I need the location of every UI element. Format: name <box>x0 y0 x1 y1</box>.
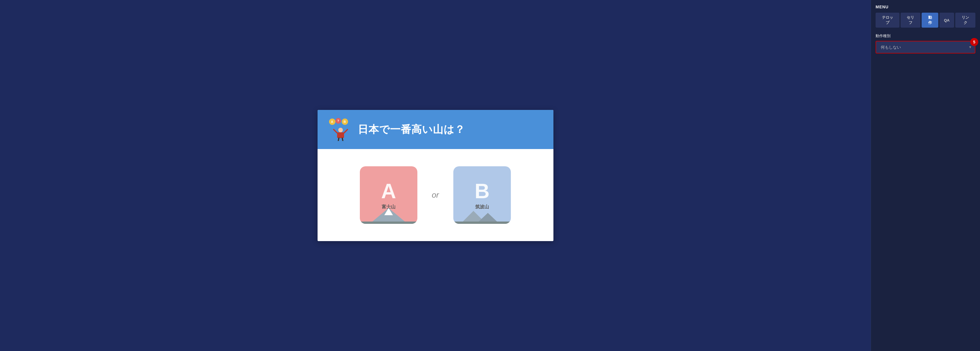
tab-qa[interactable]: QA <box>939 13 955 28</box>
or-divider: or <box>432 190 439 199</box>
slide-header: A ? B 日本で一番高い山は？ <box>318 110 554 149</box>
choice-b-card: B 筑波山 <box>453 166 511 224</box>
svg-line-3 <box>344 129 347 133</box>
svg-line-2 <box>334 129 337 133</box>
tab-link[interactable]: リンク <box>955 13 975 28</box>
svg-rect-1 <box>337 132 344 138</box>
svg-rect-11 <box>453 222 511 224</box>
right-panel: MENU テロップ セリフ 動作 QA リンク 動作種別 5 何もしない ▼ <box>871 0 980 351</box>
svg-point-0 <box>338 128 343 132</box>
mountain-b-wrap <box>453 207 511 224</box>
tab-serif[interactable]: セリフ <box>900 13 921 28</box>
slide-preview-panel: A ? B 日本で一番高い山は？ <box>0 0 871 351</box>
coin-q-icon: ? <box>336 118 341 124</box>
choice-a-card: A 富士山 <box>360 166 417 224</box>
choice-a-letter: A <box>381 181 396 201</box>
dropdown-wrapper: 5 何もしない ▼ <box>876 41 975 54</box>
slide-question: 日本で一番高い山は？ <box>358 123 465 137</box>
svg-line-4 <box>338 138 339 141</box>
dosa-dropdown[interactable]: 何もしない <box>876 41 975 54</box>
choice-b-letter: B <box>475 181 490 201</box>
tab-dosa[interactable]: 動作 <box>922 13 938 28</box>
tab-bar: テロップ セリフ 動作 QA リンク <box>876 13 975 28</box>
question-icon: A ? B <box>329 118 352 141</box>
slide-body: A 富士山 or B 筑波山 <box>318 149 554 241</box>
badge-5: 5 <box>970 38 978 46</box>
menu-title: MENU <box>876 5 975 9</box>
section-label: 動作種別 <box>876 34 975 38</box>
mountain-a-wrap <box>360 207 417 224</box>
tab-telop[interactable]: テロップ <box>876 13 899 28</box>
slide-card: A ? B 日本で一番高い山は？ <box>318 110 554 241</box>
svg-rect-8 <box>360 222 417 224</box>
svg-line-5 <box>342 138 343 141</box>
svg-marker-10 <box>478 213 498 222</box>
